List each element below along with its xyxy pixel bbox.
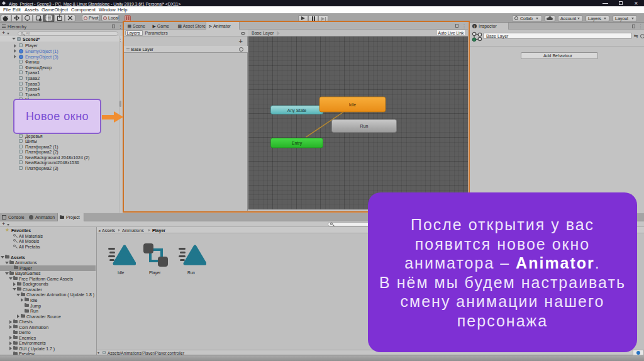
svg-text:Entry: Entry <box>292 141 303 146</box>
svg-text:Any State: Any State <box>287 108 306 113</box>
svg-text:Idle: Idle <box>349 102 356 106</box>
svg-text:Run: Run <box>360 123 369 128</box>
